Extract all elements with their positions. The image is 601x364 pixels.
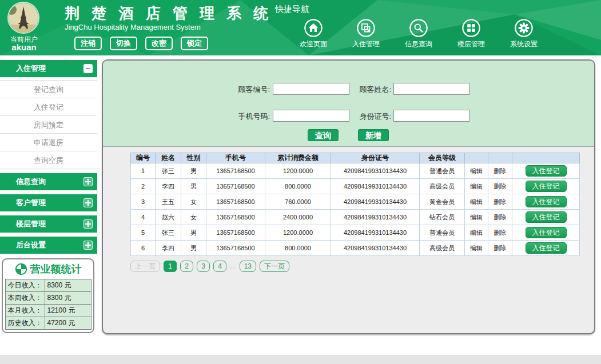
top-banner: 当前用户 akuan 荆 楚 酒 店 管 理 系 统 JingChu Hospi… [0,0,601,55]
delete-link[interactable]: 删除 [488,163,512,179]
cell-gender: 男 [181,225,206,241]
page-button-13[interactable]: 13 [240,261,256,272]
sidebar-section-label: 入住管理 [16,64,46,73]
edit-link[interactable]: 编辑 [465,163,488,179]
sidebar-item-checkout-request[interactable]: 申请退房 [0,134,97,151]
cell-id-card: 420984199310134430 [331,163,420,179]
query-button[interactable]: 查询 [308,129,339,141]
add-button[interactable]: 新增 [358,129,389,141]
nav-item-checkin-mgmt[interactable]: 入住管理 [342,18,390,49]
table-row: 4 赵六 女 13657168500 2400.0000 42098419931… [131,210,580,225]
sidebar-item-vacant-room-query[interactable]: 查询空房 [0,151,97,169]
sidebar-item-room-reservation[interactable]: 房间预定 [0,116,97,134]
edit-link[interactable]: 编辑 [465,194,488,210]
col-header-gender: 性别 [181,153,206,163]
prev-page-button[interactable]: 上一页 [130,261,160,272]
stats-value-today: 8300 元 [45,279,91,292]
nav-item-label: 系统设置 [500,39,548,49]
page-button-1[interactable]: 1 [164,261,177,272]
sidebar-item-checkin-register[interactable]: 入住登记 [0,98,97,116]
cell-gender: 男 [181,179,206,194]
table-header-row: 编号 姓名 性别 手机号 累计消费金额 身份证号 会员等级 [131,153,580,163]
stats-title: 营业额统计 [30,262,82,276]
delete-link[interactable]: 删除 [488,179,512,194]
sidebar-section-floor-mgmt[interactable]: 楼层管理 [0,215,97,233]
sidebar-item-registration-query[interactable]: 登记查询 [0,81,97,98]
expand-plus-icon[interactable] [83,177,93,186]
cell-id-card: 420984199310134430 [331,241,420,256]
sidebar-section-checkin-mgmt[interactable]: 入住管理 [0,60,97,77]
checkin-button[interactable]: 入住登记 [526,196,567,207]
edit-link[interactable]: 编辑 [465,179,488,194]
edit-link[interactable]: 编辑 [465,210,488,225]
lock-button[interactable]: 锁定 [181,37,208,50]
delete-link[interactable]: 删除 [488,241,512,256]
nav-item-info-query[interactable]: 信息查询 [395,18,443,49]
customer-name-input[interactable] [393,83,469,95]
stats-row: 历史收入： 47200 元 [5,317,91,330]
checkin-button[interactable]: 入住登记 [526,181,567,192]
sidebar-section-backend-settings[interactable]: 后台设置 [0,237,97,254]
cell-total-spend: 800.0000 [265,179,331,194]
edit-link[interactable]: 编辑 [465,241,488,256]
sidebar-section-customer-mgmt[interactable]: 客户管理 [0,194,97,211]
page-button-2[interactable]: 2 [180,261,193,272]
sidebar-section-label: 楼层管理 [16,219,46,228]
nav-item-label: 楼层管理 [447,39,495,49]
checkin-button[interactable]: 入住登记 [526,165,567,177]
customer-name-label: 顾客姓名: [328,85,391,95]
cell-phone: 13657168500 [206,163,265,179]
cell-id: 5 [131,225,156,241]
sidebar-submenu: 登记查询 入住登记 房间预定 申请退房 查询空房 [0,80,97,169]
cell-total-spend: 760.0000 [265,194,331,210]
cell-name: 张三 [156,163,181,179]
cell-total-spend: 800.0000 [265,241,331,256]
checkin-button[interactable]: 入住登记 [526,211,567,223]
app-window: 当前用户 akuan 荆 楚 酒 店 管 理 系 统 JingChu Hospi… [0,0,601,364]
delete-link[interactable]: 删除 [488,210,512,225]
expand-plus-icon[interactable] [83,241,93,250]
cell-phone: 13657168500 [206,179,265,194]
stats-row: 本周收入： 8300 元 [5,292,91,305]
current-user-name: akuan [0,42,48,52]
home-icon [304,18,323,38]
expand-plus-icon[interactable] [83,219,93,229]
cell-member-level: 高级会员 [420,241,465,256]
nav-item-label: 信息查询 [395,39,443,49]
gear-icon [514,18,534,38]
nav-item-floor-mgmt[interactable]: 楼层管理 [447,18,495,49]
delete-link[interactable]: 删除 [488,225,512,241]
pagination: 上一页 1 2 3 4 .. 13 下一页 [130,261,289,272]
col-header-name: 姓名 [156,153,181,163]
cell-member-level: 黄金会员 [420,194,465,210]
next-page-button[interactable]: 下一页 [260,261,289,272]
grid-icon [461,18,481,38]
cell-total-spend: 1200.0000 [265,225,331,241]
change-password-button[interactable]: 改密 [145,37,173,50]
page-button-3[interactable]: 3 [197,261,210,272]
cell-id-card: 420984199310134430 [331,225,420,241]
cell-gender: 女 [181,210,206,225]
checkin-button[interactable]: 入住登记 [526,227,567,238]
cell-id-card: 420984199310134430 [331,179,420,194]
edit-link[interactable]: 编辑 [465,225,488,241]
page-button-4[interactable]: 4 [213,261,226,272]
stats-label-history: 历史收入： [5,317,45,330]
switch-user-button[interactable]: 切换 [110,37,137,50]
id-card-input[interactable] [393,110,469,122]
checkin-button[interactable]: 入住登记 [526,242,567,254]
stats-title-row: 营业额统计 [3,262,93,276]
cell-phone: 13657168500 [206,241,265,256]
delete-link[interactable]: 删除 [488,194,512,210]
collapse-minus-icon[interactable] [83,64,93,73]
expand-plus-icon[interactable] [83,198,93,207]
nav-item-system-settings[interactable]: 系统设置 [500,18,548,49]
cell-total-spend: 2400.0000 [265,210,331,225]
app-title: 荆 楚 酒 店 管 理 系 统 [65,5,273,22]
table-row: 6 李四 男 13657168500 800.0000 420984199310… [131,241,580,256]
search-form-panel: 顾客编号: 顾客姓名: 手机号码: 身份证号: 查询 新增 [103,61,594,147]
logout-button[interactable]: 注销 [74,37,102,50]
hotel-logo-avatar [7,2,39,34]
nav-item-welcome[interactable]: 欢迎页面 [289,18,337,49]
sidebar-section-info-query[interactable]: 信息查询 [0,173,97,190]
